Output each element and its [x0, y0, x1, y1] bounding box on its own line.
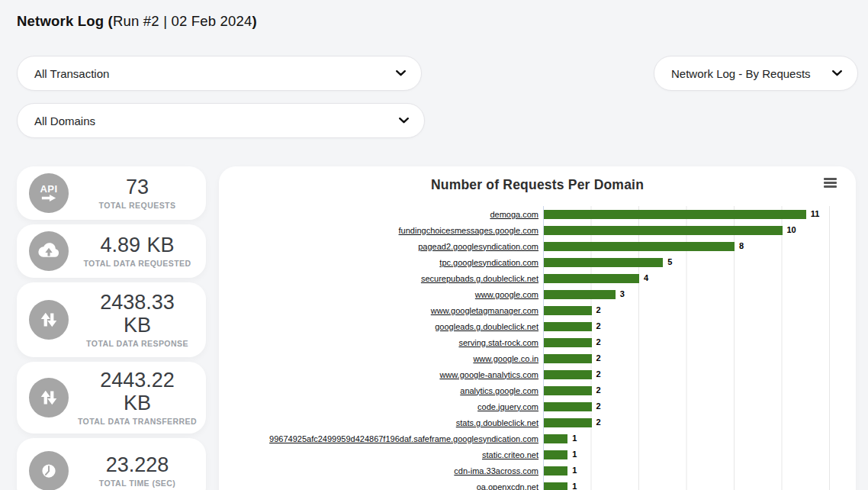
report-view-dropdown[interactable]: Network Log - By Requests [654, 56, 858, 91]
stats-sidebar: API 73 TOTAL REQUESTS 4.89 KB TOTAL DATA… [17, 166, 206, 490]
chart-plot-cell: 2 [543, 414, 856, 430]
chart-plot-cell: 2 [543, 334, 856, 350]
domain-link[interactable]: fundingchoicesmessages.google.com [219, 226, 543, 235]
domain-link[interactable]: analytics.google.com [219, 386, 543, 395]
domain-link[interactable]: pagead2.googlesyndication.com [219, 242, 543, 251]
page-title: Network Log (Run #2 | 02 Feb 2024) [17, 13, 257, 30]
data-transfer-icon [29, 300, 69, 340]
stat-value: 23.228 [87, 454, 188, 476]
stat-label: TOTAL DATA REQUESTED [76, 259, 198, 268]
chart-row: pagead2.googlesyndication.com 8 [219, 238, 856, 254]
chart-plot-cell: 1 [543, 446, 856, 463]
domain-link[interactable]: www.google.co.in [219, 354, 543, 363]
chart-row: securepubads.g.doubleclick.net 4 [219, 270, 856, 286]
stat-card-total-time: 23.228 TOTAL TIME (SEC) [17, 438, 206, 490]
bar-chart: demoga.com 11 fundingchoicesmessages.goo… [219, 206, 856, 490]
domains-filter-dropdown[interactable]: All Domains [17, 103, 425, 138]
bar-value-label: 11 [811, 210, 820, 218]
bar-value-label: 2 [596, 354, 601, 363]
chart-row: 99674925afc2499959d424867f196daf.safefra… [219, 430, 856, 446]
requests-per-domain-chart-card: Number of Requests Per Domain demoga.com… [219, 166, 856, 490]
bar[interactable] [544, 306, 592, 315]
bar[interactable] [544, 338, 592, 347]
bar-value-label: 1 [572, 450, 577, 459]
domain-link[interactable]: cdn-ima.33across.com [219, 466, 543, 475]
domain-link[interactable]: securepubads.g.doubleclick.net [219, 274, 543, 283]
bar-value-label: 2 [596, 370, 601, 379]
bar[interactable] [544, 466, 567, 475]
domain-link[interactable]: tpc.googlesyndication.com [219, 258, 543, 267]
bar-value-label: 2 [596, 322, 601, 330]
domain-link[interactable]: static.criteo.net [219, 450, 543, 459]
chart-plot-cell: 2 [543, 318, 856, 334]
bar-value-label: 3 [620, 290, 625, 298]
bar[interactable] [544, 290, 616, 299]
stat-label: TOTAL TIME (SEC) [76, 479, 198, 488]
transaction-filter-dropdown[interactable]: All Transaction [17, 56, 422, 91]
stat-label: TOTAL REQUESTS [76, 201, 198, 210]
bar[interactable] [544, 210, 806, 219]
chevron-down-icon [396, 70, 406, 76]
chart-row: cdn-ima.33across.com 1 [219, 463, 856, 479]
chart-row: demoga.com 11 [219, 206, 856, 222]
api-icon-label: API [40, 184, 57, 194]
domain-link[interactable]: googleads.g.doubleclick.net [219, 322, 543, 331]
chart-row: googleads.g.doubleclick.net 2 [219, 318, 856, 334]
chart-plot-cell: 2 [543, 398, 856, 414]
bar-value-label: 2 [596, 306, 601, 314]
bar[interactable] [544, 434, 567, 443]
bar-value-label: 2 [596, 386, 601, 395]
chart-plot-cell: 4 [543, 270, 856, 286]
bar[interactable] [544, 226, 783, 235]
bar[interactable] [544, 402, 592, 411]
page-title-run-info: Run #2 | 02 Feb 2024 [113, 13, 252, 29]
chart-row: fundingchoicesmessages.google.com 10 [219, 222, 856, 238]
bar[interactable] [544, 322, 592, 331]
bar[interactable] [544, 450, 567, 459]
bar[interactable] [544, 258, 663, 267]
bar-value-label: 1 [572, 434, 577, 443]
chart-plot-cell: 5 [543, 254, 856, 270]
bar[interactable] [544, 482, 567, 490]
bar[interactable] [544, 354, 592, 363]
stat-value: 2438.33 KB [87, 292, 188, 336]
domain-link[interactable]: code.jquery.com [219, 402, 543, 411]
bar[interactable] [544, 386, 592, 395]
domain-link[interactable]: www.google-analytics.com [219, 370, 543, 379]
bar[interactable] [544, 242, 735, 251]
chart-row: code.jquery.com 2 [219, 398, 856, 414]
chart-plot-cell: 10 [543, 222, 856, 238]
stat-card-total-requests: API 73 TOTAL REQUESTS [17, 166, 206, 220]
stat-card-data-transferred: 2443.22 KB TOTAL DATA TRANSFERRED [17, 362, 206, 434]
domain-link[interactable]: demoga.com [219, 210, 543, 219]
bar-value-label: 1 [572, 482, 577, 490]
bar-value-label: 10 [787, 226, 796, 234]
domain-link[interactable]: serving.stat-rock.com [219, 338, 543, 347]
data-transfer-icon [29, 378, 69, 417]
chart-plot-cell: 1 [543, 463, 856, 479]
domain-link[interactable]: stats.g.doubleclick.net [219, 418, 543, 427]
chart-plot-cell: 3 [543, 286, 856, 302]
bar[interactable] [544, 274, 639, 283]
domain-link[interactable]: www.google.com [219, 290, 543, 299]
chart-row: tpc.googlesyndication.com 5 [219, 254, 856, 270]
chart-plot-cell: 2 [543, 366, 856, 382]
chart-plot-cell: 11 [543, 206, 856, 222]
bar-value-label: 5 [667, 258, 672, 266]
domain-link[interactable]: oa.openxcdn.net [219, 482, 543, 490]
domain-link[interactable]: www.googletagmanager.com [219, 306, 543, 315]
clock-icon [29, 451, 69, 490]
chevron-down-icon [832, 70, 842, 76]
chart-row: analytics.google.com 2 [219, 382, 856, 398]
domain-link[interactable]: 99674925afc2499959d424867f196daf.safefra… [219, 434, 543, 443]
bar[interactable] [544, 418, 592, 427]
report-view-value: Network Log - By Requests [671, 67, 811, 80]
bar[interactable] [544, 370, 592, 379]
chart-row: www.google.co.in 2 [219, 350, 856, 366]
chart-context-menu-icon[interactable] [824, 178, 837, 188]
bar-value-label: 1 [572, 466, 577, 475]
domains-filter-value: All Domains [34, 114, 95, 127]
transaction-filter-value: All Transaction [34, 67, 109, 80]
bar-value-label: 2 [596, 402, 601, 411]
stat-label: TOTAL DATA RESPONSE [76, 339, 198, 348]
